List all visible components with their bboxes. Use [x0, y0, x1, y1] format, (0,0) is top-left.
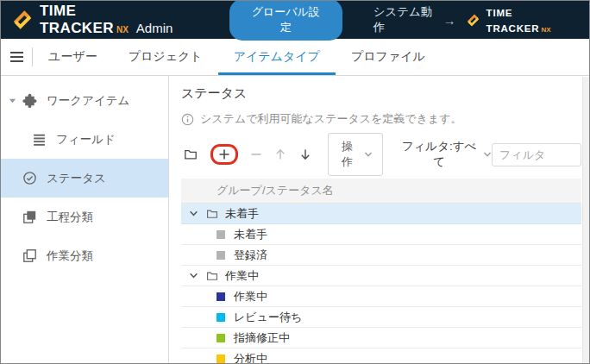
sidebar-item-label: ワークアイテム — [47, 93, 129, 109]
hamburger-menu-button[interactable] — [1, 39, 32, 75]
group-row[interactable]: 作業中 — [181, 266, 581, 286]
group-row[interactable]: 未着手 — [181, 204, 581, 224]
folder-icon — [206, 270, 218, 282]
app-window: TIME TRACKERNXAdmin グローバル設定 システム動作 → TIM… — [0, 0, 590, 364]
system-behavior-menu[interactable]: システム動作 — [373, 4, 443, 35]
brand-name: TIME TRACKER — [486, 8, 540, 34]
tab-label: アイテムタイプ — [234, 49, 320, 65]
status-row[interactable]: 作業中 — [181, 286, 581, 307]
timetracker-logo-icon — [11, 9, 34, 31]
sidebar-item-label: ステータス — [47, 171, 106, 186]
filter-dropdown[interactable]: フィルタ:すべて — [401, 139, 492, 170]
chevron-down-icon[interactable] — [189, 271, 201, 280]
profiles-tab[interactable]: プロファイル — [336, 39, 441, 75]
brand-text: TIME TRACKERNX — [486, 4, 579, 35]
list-icon — [31, 132, 47, 147]
sidebar-item-label: フィールド — [56, 132, 116, 147]
item-types-tab[interactable]: アイテムタイプ — [218, 39, 336, 75]
timetracker-logo-icon — [466, 13, 480, 28]
move-down-button[interactable] — [299, 147, 311, 161]
tab-label: プロファイル — [351, 49, 425, 65]
row-label: 指摘修正中 — [234, 330, 290, 346]
row-label: 分析中 — [234, 351, 267, 364]
work-item-sidebar-item[interactable]: ワークアイテム — [1, 81, 168, 120]
filter-input[interactable] — [492, 143, 581, 166]
status-table: グループ/ステータス名 未着手 — [181, 179, 581, 364]
table-header-row: グループ/ステータス名 — [181, 179, 581, 204]
brand-name: TIME TRACKER — [40, 3, 114, 36]
status-color-chip — [217, 313, 225, 322]
filter-dropdown-label: フィルタ:すべて — [401, 139, 477, 170]
row-label: 未着手 — [225, 206, 259, 222]
arrow-down-icon — [299, 148, 311, 160]
brand-nx: NX — [116, 25, 129, 35]
hamburger-icon — [10, 52, 23, 62]
vertical-scrollbar[interactable] — [582, 77, 589, 363]
status-color-chip — [217, 334, 225, 342]
app-header: TIME TRACKERNXAdmin グローバル設定 システム動作 → TIM… — [1, 1, 589, 39]
sidebar-item-label: 作業分類 — [47, 248, 93, 264]
column-header: グループ/ステータス名 — [217, 183, 334, 198]
main-tab-bar: ユーザー プロジェクト アイテムタイプ プロファイル — [1, 39, 589, 76]
info-banner: システムで利用可能なステータスを定義できます。 — [181, 111, 581, 127]
process-category-sidebar-item[interactable]: 工程分類 — [1, 198, 168, 236]
status-color-chip — [217, 230, 225, 239]
arrow-right-icon: → — [443, 13, 456, 28]
page-title: ステータス — [181, 85, 581, 102]
body-row: ワークアイテム フィールド ステータス — [1, 76, 589, 363]
layers-filled-icon — [22, 210, 37, 225]
chevron-down-icon — [483, 150, 492, 159]
task-category-sidebar-item[interactable]: 作業分類 — [1, 236, 168, 275]
info-icon — [181, 113, 194, 126]
tab-label: ユーザー — [48, 49, 97, 65]
projects-tab[interactable]: プロジェクト — [113, 39, 218, 75]
status-color-chip — [217, 251, 225, 260]
row-label: レビュー待ち — [234, 310, 302, 325]
brand-left: TIME TRACKERNXAdmin — [11, 3, 210, 37]
minus-icon — [250, 148, 262, 160]
folder-icon — [206, 208, 218, 220]
sidebar-item-label: 工程分類 — [47, 210, 93, 225]
field-sidebar-item[interactable]: フィールド — [1, 120, 168, 159]
chevron-down-icon — [364, 150, 373, 159]
tab-label: プロジェクト — [129, 49, 203, 65]
chevron-down-icon[interactable] — [189, 209, 201, 218]
status-color-chip — [217, 292, 225, 301]
brand-text: TIME TRACKERNXAdmin — [40, 3, 210, 37]
status-row[interactable]: 登録済 — [181, 245, 581, 266]
status-row[interactable]: レビュー待ち — [181, 307, 581, 328]
puzzle-icon — [22, 93, 37, 109]
row-label: 作業中 — [234, 289, 267, 304]
toolbar: 操作 フィルタ:すべて — [181, 141, 581, 168]
brand-admin: Admin — [136, 21, 173, 35]
global-settings-button[interactable]: グローバル設定 — [229, 0, 342, 41]
info-text: システムで利用可能なステータスを定義できます。 — [200, 111, 462, 127]
brand-nx: NX — [541, 26, 550, 34]
check-circle-icon — [22, 171, 37, 186]
collapse-caret-icon[interactable] — [5, 97, 19, 104]
brand-right-link[interactable]: TIME TRACKERNX — [466, 4, 579, 35]
status-row[interactable]: 未着手 — [181, 224, 581, 245]
row-label: 未着手 — [234, 227, 267, 242]
group-button[interactable] — [184, 147, 198, 161]
arrow-up-icon — [274, 148, 286, 160]
row-label: 作業中 — [225, 268, 259, 284]
add-button[interactable] — [213, 147, 235, 162]
status-sidebar-item[interactable]: ステータス — [1, 159, 168, 198]
status-color-chip — [217, 355, 225, 363]
layers-outline-icon — [22, 248, 37, 264]
sidebar: ワークアイテム フィールド ステータス — [1, 76, 169, 363]
users-tab[interactable]: ユーザー — [33, 39, 113, 75]
plus-icon — [218, 148, 230, 160]
operation-dropdown-label: 操作 — [338, 139, 356, 170]
status-row[interactable]: 指摘修正中 — [181, 328, 581, 348]
remove-button[interactable] — [250, 147, 262, 161]
status-row[interactable]: 分析中 — [181, 348, 581, 364]
main-content: ステータス システムで利用可能なステータスを定義できます。 — [169, 76, 589, 363]
folder-icon — [184, 147, 198, 161]
operation-dropdown[interactable]: 操作 — [328, 133, 383, 176]
move-up-button[interactable] — [274, 147, 286, 161]
row-label: 登録済 — [234, 248, 267, 263]
